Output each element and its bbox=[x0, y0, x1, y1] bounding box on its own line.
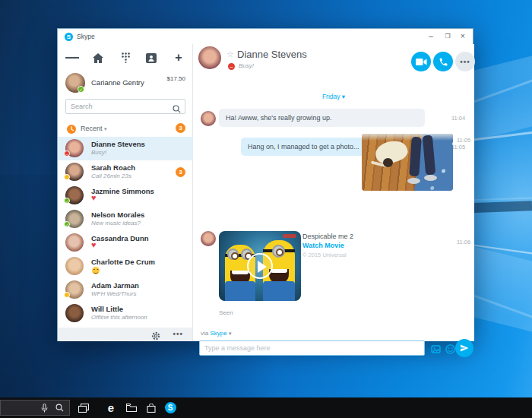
file-explorer-icon[interactable] bbox=[122, 397, 141, 418]
sidebar: + ✓ Carianne Gentry $17.50 Recent ▾ 3 bbox=[58, 44, 193, 341]
heart-emoji-icon: ♥ bbox=[91, 193, 97, 202]
taskbar-search-box[interactable] bbox=[0, 400, 70, 416]
avatar bbox=[65, 304, 84, 322]
contact-name: Nelson Morales bbox=[91, 211, 144, 219]
maximize-button[interactable]: ❒ bbox=[439, 29, 456, 44]
message-avatar bbox=[201, 231, 216, 246]
chat-header-status: Busy! bbox=[239, 62, 254, 69]
recent-label: Recent ▾ bbox=[81, 125, 107, 132]
emoticon-icon[interactable] bbox=[445, 344, 455, 353]
compose-bar bbox=[193, 340, 474, 356]
close-button[interactable]: × bbox=[454, 29, 471, 44]
microphone-icon[interactable] bbox=[39, 403, 49, 413]
video-call-button[interactable] bbox=[411, 52, 431, 71]
unread-badge: 3 bbox=[176, 123, 185, 133]
menu-icon[interactable] bbox=[65, 52, 79, 64]
smile-emoji-icon bbox=[92, 267, 100, 274]
video-copyright: © 2015 Universal bbox=[302, 252, 347, 258]
add-button[interactable]: + bbox=[172, 52, 185, 64]
message-time: 11:05 bbox=[451, 144, 465, 150]
recent-header[interactable]: Recent ▾ 3 bbox=[58, 120, 193, 137]
seen-indicator: Seen bbox=[219, 309, 233, 316]
contact-status: Call 26min 23s bbox=[91, 173, 131, 179]
contact-row-cassandra-dunn[interactable]: Cassandra Dunn ♥ bbox=[58, 231, 193, 255]
desktop-wallpaper: S Skype – ❒ × + ✓ bbox=[0, 0, 532, 418]
profile-row[interactable]: ✓ Carianne Gentry $17.50 bbox=[58, 70, 193, 96]
voice-call-button[interactable] bbox=[433, 52, 453, 71]
contact-row-dianne-stevens[interactable]: – Dianne Stevens Busy! bbox=[58, 137, 193, 160]
message-time: 11:06 bbox=[457, 239, 470, 245]
search-icon[interactable] bbox=[173, 103, 181, 116]
dialpad-icon[interactable] bbox=[119, 52, 132, 64]
avatar bbox=[65, 233, 84, 252]
contact-row-adam-jarman[interactable]: Adam Jarman WFH Wed/Thurs bbox=[58, 278, 193, 302]
message-input[interactable] bbox=[199, 340, 425, 356]
watch-movie-link[interactable]: Watch Movie bbox=[302, 242, 344, 249]
contact-row-sarah-roach[interactable]: Sarah Roach Call 26min 23s 3 bbox=[58, 160, 193, 184]
contact-name: Sarah Roach bbox=[91, 163, 135, 172]
search-icon[interactable] bbox=[54, 403, 65, 413]
window-titlebar: S Skype – ❒ × bbox=[58, 29, 473, 44]
contact-status: Busy! bbox=[91, 149, 106, 156]
presence-away-icon bbox=[64, 292, 70, 298]
settings-gear-icon[interactable] bbox=[151, 330, 160, 344]
via-skype-link[interactable]: Skype bbox=[210, 330, 226, 337]
contact-name: Adam Jarman bbox=[91, 281, 139, 290]
contact-name: Will Little bbox=[91, 305, 123, 313]
store-icon[interactable] bbox=[142, 397, 160, 418]
contact-row-will-little[interactable]: Will Little Offline this afternoon bbox=[58, 302, 193, 325]
contact-status: New music ideas? bbox=[91, 220, 141, 226]
minimize-button[interactable]: – bbox=[423, 29, 439, 44]
search-box bbox=[65, 99, 185, 114]
video-thumbnail[interactable] bbox=[219, 231, 301, 301]
video-title: Despicable me 2 bbox=[302, 233, 353, 240]
contact-row-charlotte-de-crum[interactable]: Charlotte De Crum bbox=[58, 255, 193, 278]
conversation-pane: ☆ Dianne Stevens – Busy! ••• Friday ▾ Ha… bbox=[193, 44, 474, 341]
contact-row-nelson-morales[interactable]: ✓ Nelson Morales New music ideas? bbox=[58, 207, 193, 231]
play-icon[interactable] bbox=[247, 253, 273, 279]
presence-online-icon: ✓ bbox=[78, 86, 84, 93]
presence-online-icon: ✓ bbox=[64, 221, 70, 227]
profile-name: Carianne Gentry bbox=[91, 78, 144, 87]
edge-browser-icon[interactable]: e bbox=[102, 397, 120, 418]
window-title: Skype bbox=[77, 33, 95, 40]
task-view-icon[interactable] bbox=[74, 397, 93, 418]
heart-emoji-icon: ♥ bbox=[91, 240, 97, 249]
via-channel-selector[interactable]: via Skype ▾ bbox=[201, 330, 231, 337]
recent-clock-icon bbox=[67, 123, 76, 137]
presence-online-icon: ✓ bbox=[64, 198, 70, 204]
contacts-icon[interactable] bbox=[144, 52, 158, 64]
skype-logo-icon: S bbox=[65, 33, 73, 41]
presence-away-icon bbox=[64, 174, 70, 180]
more-options-icon[interactable]: ••• bbox=[173, 330, 183, 338]
search-input[interactable] bbox=[71, 100, 169, 112]
contact-name: Dianne Stevens bbox=[91, 140, 145, 148]
contact-name: Charlotte De Crum bbox=[91, 258, 155, 266]
photo-attachment[interactable] bbox=[362, 134, 453, 191]
skype-window: S Skype – ❒ × + ✓ bbox=[57, 28, 473, 341]
unread-badge: 3 bbox=[176, 167, 185, 177]
avatar bbox=[65, 257, 84, 275]
send-button[interactable] bbox=[455, 339, 473, 357]
contact-row-jazmine-simmons[interactable]: ✓ Jazmine Simmons ♥ bbox=[58, 184, 193, 207]
sidebar-nav: + bbox=[58, 49, 193, 67]
home-icon[interactable] bbox=[91, 52, 105, 64]
skype-credit: $17.50 bbox=[167, 75, 185, 82]
chevron-down-icon: ▾ bbox=[104, 126, 107, 131]
contact-name: Cassandra Dunn bbox=[91, 234, 149, 242]
date-divider[interactable]: Friday ▾ bbox=[193, 93, 474, 100]
message-avatar bbox=[201, 111, 216, 126]
contact-status: Offline this afternoon bbox=[91, 314, 147, 321]
chevron-down-icon: ▾ bbox=[229, 331, 232, 336]
chat-header-name: Dianne Stevens bbox=[237, 49, 307, 60]
favorite-star-icon[interactable]: ☆ bbox=[226, 49, 234, 59]
message-time: 11:04 bbox=[451, 115, 465, 122]
received-message: Ha! Awww, she's really growing up. bbox=[219, 109, 425, 127]
contact-status: WFH Wed/Thurs bbox=[91, 290, 136, 297]
presence-busy-icon: – bbox=[64, 150, 70, 157]
taskbar-skype-icon[interactable]: S bbox=[161, 397, 179, 418]
message-time: 11:05 bbox=[457, 137, 470, 144]
attach-photo-icon[interactable] bbox=[431, 344, 441, 353]
chat-more-button[interactable]: ••• bbox=[455, 52, 475, 71]
chat-header-avatar bbox=[198, 46, 221, 69]
